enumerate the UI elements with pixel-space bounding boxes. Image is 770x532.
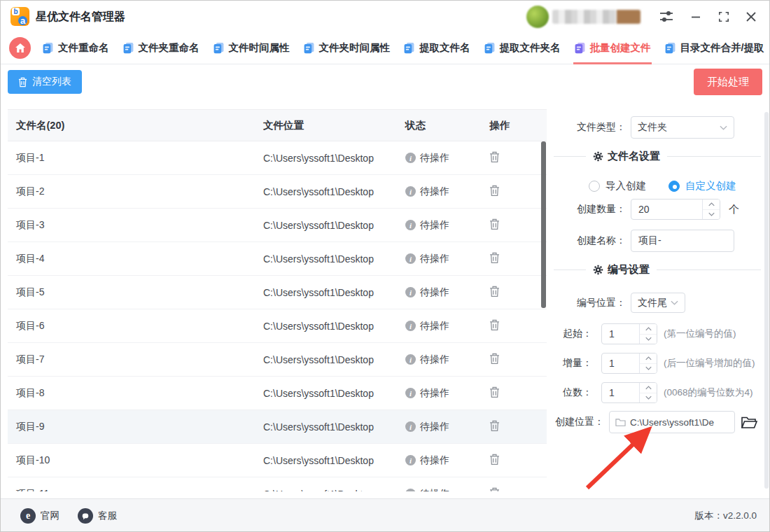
tab-icon <box>122 42 134 54</box>
numbering-section-title: 编号设置 <box>608 263 650 276</box>
start-number-label: 起始： <box>554 328 592 340</box>
digits-decrease-button[interactable] <box>640 393 657 403</box>
increment-decrease-button[interactable] <box>640 364 657 374</box>
trash-icon <box>489 286 500 298</box>
settings-sliders-icon[interactable] <box>656 7 677 27</box>
start-increase-button[interactable] <box>640 324 657 335</box>
create-location-value: C:\Users\yssoft1\De <box>630 417 714 428</box>
version-label: 版本：v2.2.0.0 <box>694 510 757 522</box>
table-row: 项目-7 C:\Users\yssoft1\Desktop i 待操作 <box>8 343 547 377</box>
app-logo-icon: b a <box>10 7 29 26</box>
increment-increase-button[interactable] <box>640 354 657 364</box>
delete-row-button[interactable] <box>489 151 500 163</box>
delete-row-button[interactable] <box>489 319 500 331</box>
close-icon[interactable] <box>741 7 762 27</box>
tab-folder-time[interactable]: 文件夹时间属性 <box>302 34 391 64</box>
file-type-label: 文件类型： <box>554 121 626 134</box>
row-filename: 项目-6 <box>8 320 255 332</box>
create-location-field[interactable]: C:\Users\yssoft1\De <box>609 411 735 433</box>
gear-icon <box>593 151 603 162</box>
delete-row-button[interactable] <box>489 487 500 492</box>
digits-increase-button[interactable] <box>640 383 657 393</box>
col-header-location: 文件位置 <box>255 119 398 132</box>
table-scrollbar-thumb[interactable] <box>541 141 546 308</box>
footer: e 官网 客服 版本：v2.2.0.0 <box>1 498 769 532</box>
redacted-username[interactable] <box>552 10 640 24</box>
titlebar: b a 星优文件名管理器 <box>1 1 769 33</box>
official-website-link[interactable]: e 官网 <box>20 508 59 524</box>
delete-row-button[interactable] <box>489 252 500 264</box>
delete-row-button[interactable] <box>489 286 500 298</box>
row-status: i 待操作 <box>398 286 481 299</box>
tab-list: 文件重命名 文件夹重命名 文件时间属性 <box>41 33 769 64</box>
delete-row-button[interactable] <box>489 386 500 398</box>
tab-batch-create[interactable]: 批量创建文件 <box>573 34 652 64</box>
status-label: 待操作 <box>420 320 449 332</box>
trash-icon <box>489 386 500 398</box>
table-row: 项目-1 C:\Users\yssoft1\Desktop i 待操作 <box>8 141 547 175</box>
tab-file-rename[interactable]: 文件重命名 <box>41 34 110 64</box>
row-filename: 项目-1 <box>8 152 255 164</box>
table-header: 文件名(20) 文件位置 状态 操作 <box>8 109 547 141</box>
status-label: 待操作 <box>420 219 449 232</box>
digits-stepper <box>601 382 657 403</box>
delete-row-button[interactable] <box>489 185 500 197</box>
tab-label: 文件重命名 <box>58 41 109 55</box>
status-label: 待操作 <box>420 387 449 400</box>
delete-row-button[interactable] <box>489 218 500 230</box>
customer-support-link[interactable]: 客服 <box>78 508 117 524</box>
increment-input[interactable] <box>602 358 639 369</box>
folder-icon <box>615 418 626 427</box>
status-label: 待操作 <box>420 186 449 198</box>
panel-scrollbar-track[interactable] <box>764 112 769 489</box>
info-circle-icon: i <box>405 421 416 432</box>
radio-option-1[interactable]: 自定义创建 <box>668 179 736 192</box>
row-filename: 项目-7 <box>8 354 255 366</box>
row-status: i 待操作 <box>398 421 481 433</box>
start-process-button[interactable]: 开始处理 <box>694 69 762 95</box>
info-circle-icon: i <box>405 489 416 491</box>
delete-row-button[interactable] <box>489 353 500 365</box>
tab-folder-rename[interactable]: 文件夹重命名 <box>122 34 200 64</box>
app-title: 星优文件名管理器 <box>36 1 125 33</box>
file-type-select[interactable]: 文件夹 <box>631 116 734 139</box>
row-location: C:\Users\yssoft1\Desktop <box>255 186 398 197</box>
tab-extract-foldername[interactable]: 提取文件夹名 <box>483 34 561 64</box>
info-circle-icon: i <box>405 455 416 465</box>
start-decrease-button[interactable] <box>640 335 657 344</box>
info-circle-icon: i <box>405 186 416 197</box>
gear-icon <box>593 265 603 275</box>
digits-input[interactable] <box>602 387 639 398</box>
count-decrease-button[interactable] <box>703 210 720 220</box>
create-count-input[interactable] <box>631 204 702 215</box>
table-body: 项目-1 C:\Users\yssoft1\Desktop i 待操作 项目-2… <box>8 141 547 491</box>
tab-merge-extract[interactable]: 目录文件合并/提取 <box>664 34 765 64</box>
tab-icon <box>664 42 676 54</box>
row-status: i 待操作 <box>398 454 481 467</box>
number-position-select[interactable]: 文件尾 <box>631 293 685 313</box>
clear-list-button[interactable]: 清空列表 <box>8 70 82 94</box>
create-name-input[interactable] <box>638 235 727 246</box>
chat-bubble-icon <box>78 508 93 524</box>
start-number-input[interactable] <box>602 328 639 340</box>
clear-list-label: 清空列表 <box>32 76 71 88</box>
browse-folder-button[interactable] <box>741 416 757 429</box>
tab-extract-filename[interactable]: 提取文件名 <box>402 34 471 64</box>
row-filename: 项目-10 <box>8 454 255 467</box>
delete-row-button[interactable] <box>489 454 500 465</box>
table-row: 项目-4 C:\Users\yssoft1\Desktop i 待操作 <box>8 242 547 276</box>
info-circle-icon: i <box>405 321 416 331</box>
home-button[interactable] <box>9 37 31 59</box>
maximize-icon[interactable] <box>713 7 734 27</box>
digits-label: 位数： <box>554 386 592 399</box>
status-label: 待操作 <box>420 286 449 299</box>
tab-label: 批量创建文件 <box>590 41 651 55</box>
user-avatar[interactable] <box>526 6 549 28</box>
delete-row-button[interactable] <box>489 420 500 432</box>
row-location: C:\Users\yssoft1\Desktop <box>255 321 398 332</box>
minimize-icon[interactable] <box>685 7 706 27</box>
tab-label: 文件时间属性 <box>229 41 290 55</box>
radio-option-0[interactable]: 导入创建 <box>589 179 646 192</box>
count-increase-button[interactable] <box>703 200 720 210</box>
tab-file-time[interactable]: 文件时间属性 <box>212 34 290 64</box>
